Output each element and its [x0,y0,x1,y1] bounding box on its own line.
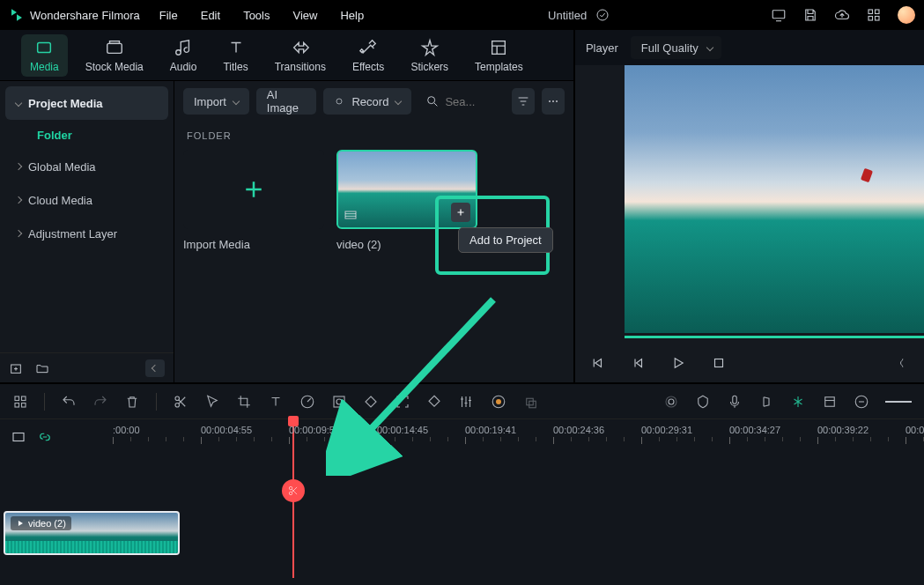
speed-button[interactable] [299,394,315,410]
timeline-ruler[interactable]: :00:0000:00:04:5500:00:09:5000:00:14:450… [113,419,924,455]
sidebar-global-label: Global Media [28,160,96,174]
undo-button[interactable] [61,394,77,410]
mic-button[interactable] [727,394,743,410]
color-button[interactable] [331,394,347,410]
tab-effects-label: Effects [352,61,384,73]
tl-layout-icon[interactable] [12,394,28,410]
clip-label: video (2) [11,516,71,530]
search-input[interactable] [445,95,498,108]
timeline-clip[interactable]: video (2) [4,511,180,555]
menu-file[interactable]: File [159,9,178,22]
tab-titles[interactable]: Titles [214,34,256,77]
markers-panel-button[interactable] [822,394,838,410]
svg-rect-29 [527,398,534,405]
ai-image-button[interactable]: AI Image [256,88,317,115]
tab-audio[interactable]: Audio [161,34,206,77]
redo-button[interactable] [92,394,108,410]
new-folder-icon[interactable] [35,361,49,375]
crop-button[interactable] [236,394,252,410]
tab-transitions-label: Transitions [275,61,326,73]
sidebar-adjustment-layer[interactable]: Adjustment Layer [5,217,168,250]
tab-transitions[interactable]: Transitions [266,34,335,77]
tab-stickers[interactable]: Stickers [402,34,457,77]
mask-button[interactable] [426,394,442,410]
zoom-slider[interactable] [885,401,912,403]
tab-stock-label: Stock Media [85,61,144,73]
chevron-down-icon [706,44,713,51]
import-media-label: Import Media [183,238,324,251]
play-small-icon [16,519,25,528]
delete-button[interactable] [124,394,140,410]
sidebar-cloud-label: Cloud Media [28,194,92,207]
keyframe-button[interactable] [363,394,379,410]
chevron-right-icon [15,230,22,237]
more-button[interactable] [542,88,565,115]
menu-view[interactable]: View [292,9,317,22]
sidebar-folder[interactable]: Folder [5,120,168,150]
svg-rect-8 [109,41,119,43]
cursor-button[interactable] [204,394,220,410]
import-button[interactable]: Import [183,88,249,115]
step-back-button[interactable] [630,355,646,371]
save-icon[interactable] [802,7,818,23]
split-button[interactable] [173,394,188,410]
tab-templates[interactable]: Templates [466,34,532,77]
link-button[interactable] [37,429,53,445]
svg-rect-17 [714,359,722,367]
ruler-tick: 00:0 [906,425,924,444]
screen-icon[interactable] [771,7,787,23]
focus-button[interactable] [395,394,410,410]
svg-point-28 [496,399,501,404]
tab-templates-label: Templates [475,61,523,73]
preview-settings-icon[interactable] [898,355,910,371]
document-title[interactable]: Untitled [548,9,587,22]
tracks-area[interactable]: video (2) [0,455,924,585]
group-button[interactable] [523,394,539,410]
add-clip-button[interactable] [451,203,470,222]
search-icon[interactable] [425,94,440,108]
quality-dropdown[interactable]: Full Quality [631,36,721,59]
preview-progress[interactable] [625,336,924,338]
new-bin-icon[interactable] [9,361,23,375]
prev-frame-button[interactable] [589,355,605,371]
chevron-right-icon [15,196,22,204]
sidebar-global-media[interactable]: Global Media [5,150,168,183]
zoom-out-button[interactable] [854,394,869,410]
menu-tools[interactable]: Tools [243,9,270,22]
tab-media[interactable]: Media [21,34,68,77]
menu-edit[interactable]: Edit [201,9,220,22]
record-vo-button[interactable] [663,394,679,410]
user-avatar[interactable] [898,6,915,24]
chevron-right-icon [15,163,22,170]
audio-mixer-button[interactable] [758,394,774,410]
record-button[interactable]: Record [323,88,411,115]
sidebar-project-label: Project Media [28,97,103,110]
media-clip-card[interactable]: video (2) [336,150,477,251]
ruler-tick: 00:00:29:31 [641,425,692,444]
collapse-sidebar-button[interactable] [145,359,165,377]
video-preview[interactable] [575,65,924,344]
marker-button[interactable] [695,394,711,410]
tab-effects[interactable]: Effects [344,34,393,77]
apps-grid-icon[interactable] [866,7,882,23]
render-button[interactable] [490,394,507,410]
svg-point-26 [336,399,342,404]
track-options-icon[interactable] [11,429,26,445]
menu-help[interactable]: Help [340,9,364,22]
svg-rect-9 [492,41,506,54]
tab-stock-media[interactable]: Stock Media [77,34,152,77]
player-label: Player [586,41,618,55]
svg-rect-25 [334,396,344,407]
import-media-card[interactable]: Import Media [183,150,324,251]
filter-button[interactable] [512,88,535,115]
play-button[interactable] [670,355,686,371]
cloud-upload-icon[interactable] [834,7,850,23]
stop-button[interactable] [711,355,727,371]
snap-button[interactable] [790,394,806,410]
sidebar-cloud-media[interactable]: Cloud Media [5,183,168,217]
sidebar-project-media[interactable]: Project Media [5,86,168,120]
text-button[interactable] [268,394,284,410]
ruler-tick: 00:00:39:22 [817,425,869,444]
svg-rect-21 [22,403,26,407]
adjust-button[interactable] [458,394,474,410]
